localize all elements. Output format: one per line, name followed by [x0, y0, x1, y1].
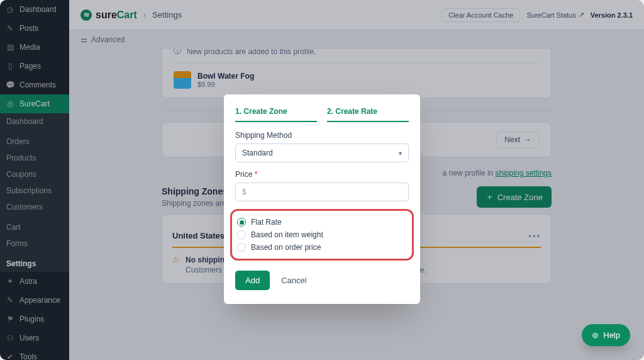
tab-create-rate[interactable]: 2. Create Rate — [327, 107, 409, 122]
price-label: Price * — [235, 170, 409, 179]
shipping-method-value: Standard — [242, 149, 273, 157]
radio-item-weight[interactable]: Based on item weight — [237, 228, 407, 241]
help-icon: ⊚ — [592, 330, 599, 340]
radio-dot-icon — [237, 230, 246, 239]
chevron-down-icon: ▾ — [399, 150, 402, 157]
help-fab-button[interactable]: ⊚ Help — [582, 324, 630, 346]
cancel-button[interactable]: Cancel — [281, 276, 306, 285]
shipping-method-label: Shipping Method — [235, 131, 409, 140]
shipping-method-select[interactable]: Standard ▾ — [235, 143, 409, 162]
tab-create-zone[interactable]: 1. Create Zone — [235, 107, 317, 122]
rate-type-radio-group: Flat Rate Based on item weight Based on … — [230, 209, 414, 261]
create-rate-modal: 1. Create Zone 2. Create Rate Shipping M… — [224, 94, 420, 304]
price-input[interactable]: $ — [235, 183, 409, 201]
add-button[interactable]: Add — [235, 271, 270, 290]
radio-order-price[interactable]: Based on order price — [237, 241, 407, 254]
radio-dot-icon — [237, 243, 246, 252]
radio-dot-icon — [237, 218, 246, 227]
radio-flat-rate[interactable]: Flat Rate — [237, 216, 407, 228]
